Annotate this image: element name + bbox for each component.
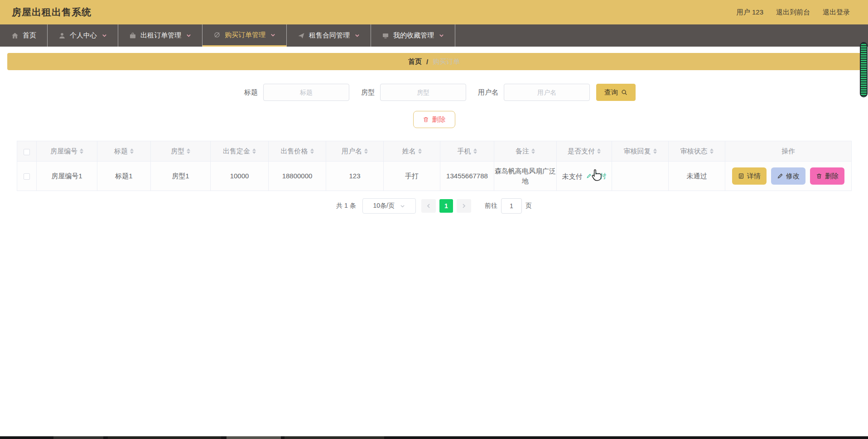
cell-remark: 森岛帆高电风扇广泛地 bbox=[494, 162, 557, 191]
cell-username: 123 bbox=[326, 162, 384, 191]
batch-delete-label: 删除 bbox=[432, 115, 446, 124]
back-to-front-link[interactable]: 退出到前台 bbox=[776, 8, 810, 17]
nav-item-home[interactable]: 首页 bbox=[0, 24, 48, 47]
sort-caret-icon[interactable] bbox=[80, 148, 83, 154]
col-house-no: 房屋编号 bbox=[37, 141, 97, 162]
chevron-down-icon bbox=[102, 33, 107, 38]
logout-link[interactable]: 退出登录 bbox=[823, 8, 850, 17]
cell-select bbox=[17, 162, 37, 191]
col-username: 用户名 bbox=[326, 141, 384, 162]
nav-item-rent-orders[interactable]: 出租订单管理 bbox=[118, 24, 203, 47]
cell-deposit: 10000 bbox=[211, 162, 269, 191]
col-label: 出售价格 bbox=[281, 147, 308, 156]
goto-page-input[interactable] bbox=[501, 198, 522, 214]
breadcrumb-separator: / bbox=[426, 58, 428, 66]
edit-button[interactable]: 修改 bbox=[771, 167, 805, 185]
scrollbar-thumb[interactable] bbox=[860, 42, 868, 97]
page-number-1[interactable]: 1 bbox=[439, 199, 453, 213]
batch-delete-button[interactable]: 删除 bbox=[413, 111, 455, 128]
search-label-title: 标题 bbox=[244, 88, 258, 97]
sort-caret-icon[interactable] bbox=[597, 148, 601, 154]
pencil-icon bbox=[777, 173, 783, 179]
nav-item-favorites[interactable]: 我的收藏管理 bbox=[371, 24, 455, 47]
col-pay-status: 是否支付 bbox=[557, 141, 612, 162]
cell-house-no: 房屋编号1 bbox=[37, 162, 97, 191]
pay-status-text: 未支付 bbox=[562, 172, 583, 180]
page-size-select[interactable]: 10条/页 bbox=[362, 198, 416, 214]
search-label-username: 用户名 bbox=[478, 88, 498, 97]
pagination-total: 共 1 条 bbox=[336, 202, 356, 210]
sort-caret-icon[interactable] bbox=[418, 148, 422, 154]
select-all-checkbox[interactable] bbox=[24, 149, 30, 155]
nav-item-buy-orders[interactable]: 购买订单管理 bbox=[203, 24, 287, 47]
sort-caret-icon[interactable] bbox=[130, 148, 134, 154]
nav-item-contracts[interactable]: 租售合同管理 bbox=[287, 24, 371, 47]
col-title: 标题 bbox=[97, 141, 151, 162]
sort-caret-icon[interactable] bbox=[531, 148, 535, 154]
chevron-down-icon bbox=[355, 33, 360, 38]
col-actions: 操作 bbox=[725, 141, 852, 162]
title-input[interactable] bbox=[263, 84, 349, 101]
col-audit-status: 审核状态 bbox=[669, 141, 725, 162]
sort-caret-icon[interactable] bbox=[653, 148, 657, 154]
delete-button-label: 删除 bbox=[825, 172, 839, 181]
sort-caret-icon[interactable] bbox=[710, 148, 714, 154]
cell-audit-status: 未通过 bbox=[669, 162, 725, 191]
row-checkbox[interactable] bbox=[24, 173, 30, 180]
query-button[interactable]: 查询 bbox=[596, 84, 636, 101]
col-audit-reply: 审核回复 bbox=[612, 141, 669, 162]
chevron-down-icon bbox=[439, 33, 444, 38]
top-links: 用户 123 退出到前台 退出登录 bbox=[737, 8, 850, 17]
sort-caret-icon[interactable] bbox=[473, 148, 477, 154]
detail-button[interactable]: 详情 bbox=[732, 167, 767, 185]
nav-item-personal-center[interactable]: 个人中心 bbox=[48, 24, 118, 47]
col-label: 出售定金 bbox=[223, 147, 250, 156]
current-user-link[interactable]: 用户 123 bbox=[737, 8, 763, 17]
detail-button-label: 详情 bbox=[747, 172, 761, 181]
nav-item-label: 个人中心 bbox=[70, 31, 97, 40]
prev-page-button[interactable] bbox=[421, 199, 436, 213]
pay-link[interactable]: 支付 bbox=[586, 171, 607, 181]
table-row: 房屋编号1 标题1 房型1 10000 18800000 123 手打 1345… bbox=[17, 162, 852, 191]
search-form: 标题 房型 用户名 查询 bbox=[0, 84, 868, 101]
nav-item-label: 购买订单管理 bbox=[225, 31, 265, 39]
cell-audit-reply bbox=[612, 162, 669, 191]
sort-caret-icon[interactable] bbox=[187, 148, 190, 154]
monitor-icon bbox=[382, 32, 389, 39]
nav-item-label: 租售合同管理 bbox=[309, 31, 350, 40]
room-type-input[interactable] bbox=[380, 84, 466, 101]
edit-button-label: 修改 bbox=[786, 172, 800, 181]
col-label: 是否支付 bbox=[568, 147, 595, 156]
next-page-button[interactable] bbox=[457, 199, 471, 213]
top-header: 房屋出租出售系统 用户 123 退出到前台 退出登录 bbox=[0, 0, 868, 24]
chevron-down-icon bbox=[186, 33, 191, 38]
col-label: 备注 bbox=[516, 147, 529, 156]
nav-item-label: 我的收藏管理 bbox=[393, 31, 434, 40]
delete-button[interactable]: 删除 bbox=[810, 167, 844, 185]
chevron-left-icon bbox=[426, 203, 431, 209]
table-toolbar: 删除 bbox=[0, 111, 868, 128]
trash-icon bbox=[816, 173, 822, 179]
username-input[interactable] bbox=[504, 84, 590, 101]
pencil-icon bbox=[586, 173, 592, 179]
sort-caret-icon[interactable] bbox=[310, 148, 314, 154]
page-size-value: 10条/页 bbox=[373, 202, 395, 210]
sort-caret-icon[interactable] bbox=[252, 148, 256, 154]
col-label: 标题 bbox=[114, 147, 128, 156]
col-room-type: 房型 bbox=[151, 141, 211, 162]
breadcrumb: 首页 / 购买订单 bbox=[7, 53, 861, 70]
sort-caret-icon[interactable] bbox=[364, 148, 368, 154]
col-phone: 手机 bbox=[440, 141, 494, 162]
breadcrumb-home[interactable]: 首页 bbox=[408, 57, 422, 66]
chevron-down-icon bbox=[270, 33, 275, 38]
query-button-label: 查询 bbox=[604, 88, 618, 97]
col-label: 审核回复 bbox=[624, 147, 651, 156]
col-label: 手机 bbox=[458, 147, 471, 156]
col-label: 审核状态 bbox=[680, 147, 708, 156]
cell-phone: 13455667788 bbox=[440, 162, 494, 191]
home-icon bbox=[11, 32, 19, 39]
search-icon bbox=[621, 89, 627, 95]
main-nav: 首页 个人中心 出租订单管理 购买订单管理 bbox=[0, 24, 868, 47]
pay-link-label: 支付 bbox=[593, 171, 607, 181]
chevron-down-icon bbox=[400, 204, 405, 209]
